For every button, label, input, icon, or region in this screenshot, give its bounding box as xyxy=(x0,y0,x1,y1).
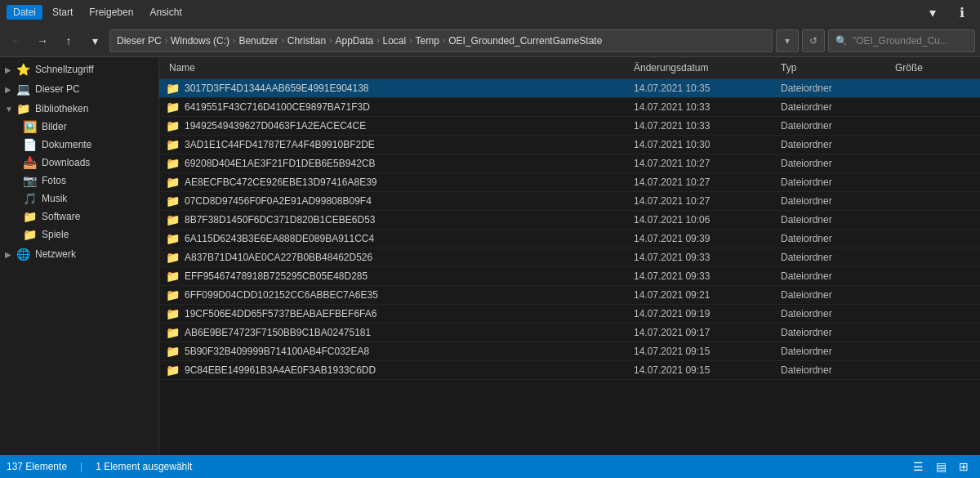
file-size xyxy=(892,87,973,90)
back-button[interactable]: ← xyxy=(5,29,28,52)
table-row[interactable]: 📁 07CD8D97456F0F0A2E91AD99808B09F4 14.07… xyxy=(159,192,980,211)
address-temp[interactable]: Temp xyxy=(416,35,439,47)
menu-freigeben[interactable]: Freigeben xyxy=(82,5,140,20)
table-row[interactable]: 📁 6419551F43C716D4100CE9897BA71F3D 14.07… xyxy=(159,98,980,117)
table-row[interactable]: 📁 19CF506E4DD65F5737BEABAEFBEF6FA6 14.07… xyxy=(159,305,980,324)
address-dropdown-button[interactable]: ▾ xyxy=(776,29,799,52)
table-row[interactable]: 📁 6FF099D04CDD102152CC6ABBEC7A6E35 14.07… xyxy=(159,286,980,305)
table-row[interactable]: 📁 AB6E9BE74723F7150BB9C1BA02475181 14.07… xyxy=(159,324,980,342)
table-row[interactable]: 📁 3AD1E1C44FD41787E7A4F4B9910BF2DE 14.07… xyxy=(159,136,980,154)
refresh-button[interactable]: ↺ xyxy=(802,29,825,52)
folder-icon: 📁 xyxy=(166,138,180,151)
selected-count: 1 Element ausgewählt xyxy=(96,461,192,472)
file-size xyxy=(892,312,973,315)
address-bar[interactable]: Dieser PC › Windows (C:) › Benutzer › Ch… xyxy=(109,29,773,52)
sidebar-item-spiele[interactable]: 📁 Spiele xyxy=(0,226,158,243)
search-input[interactable]: "OEI_Grounded_Cu... xyxy=(853,35,948,47)
table-row[interactable]: 📁 9C84EBE149961B3A4AE0F3AB1933C6DD 14.07… xyxy=(159,361,980,380)
file-date: 14.07.2021 09:33 xyxy=(630,269,777,284)
sidebar-group-netzwerk: ▶ 🌐 Netzwerk xyxy=(0,245,158,263)
chevron-down-icon[interactable]: ▾ xyxy=(921,1,944,24)
file-name: 9C84EBE149961B3A4AE0F3AB1933C6DD xyxy=(185,364,376,376)
file-name: 19492549439627D0463F1A2EACEC4CE xyxy=(185,120,366,132)
menu-ansicht[interactable]: Ansicht xyxy=(143,5,188,20)
address-appdata[interactable]: AppData xyxy=(335,35,373,47)
file-name: 69208D404E1AE3F21FD1DEB6E5B942CB xyxy=(185,158,375,169)
up-button[interactable]: ↑ xyxy=(57,29,80,52)
file-size xyxy=(892,218,973,221)
file-date: 14.07.2021 10:30 xyxy=(630,137,777,152)
sidebar-item-dokumente[interactable]: 📄 Dokumente xyxy=(0,136,158,154)
file-rows-container: 📁 3017D3FF4D1344AAB659E4991E904138 14.07… xyxy=(159,79,980,380)
chevron-right-icon: ▶ xyxy=(5,85,16,94)
file-date: 14.07.2021 09:21 xyxy=(630,288,777,302)
sidebar-item-fotos[interactable]: 📷 Fotos xyxy=(0,172,158,190)
menu-datei[interactable]: Datei xyxy=(7,5,42,20)
file-name-cell: 📁 6419551F43C716D4100CE9897BA71F3D xyxy=(166,101,630,114)
file-list-header: Name Änderungsdatum Typ Größe xyxy=(159,57,980,79)
file-name-cell: 📁 3017D3FF4D1344AAB659E4991E904138 xyxy=(166,82,630,95)
file-date: 14.07.2021 09:15 xyxy=(630,344,777,359)
file-size xyxy=(892,237,973,240)
recent-locations-button[interactable]: ▾ xyxy=(83,29,106,52)
sidebar-item-netzwerk[interactable]: ▶ 🌐 Netzwerk xyxy=(0,245,158,263)
address-benutzer[interactable]: Benutzer xyxy=(238,35,278,47)
file-name-cell: 📁 AB6E9BE74723F7150BB9C1BA02475181 xyxy=(166,326,630,339)
file-type: Dateiordner xyxy=(777,363,892,377)
table-row[interactable]: 📁 19492549439627D0463F1A2EACEC4CE 14.07.… xyxy=(159,117,980,136)
search-icon: 🔍 xyxy=(835,35,848,47)
sidebar-item-bibliotheken[interactable]: ▼ 📁 Bibliotheken xyxy=(0,100,158,118)
file-size xyxy=(892,181,973,184)
sidebar-item-musik[interactable]: 🎵 Musik xyxy=(0,190,158,208)
column-type[interactable]: Typ xyxy=(777,60,892,75)
table-row[interactable]: 📁 AE8ECFBC472CE926EBE13D97416A8E39 14.07… xyxy=(159,173,980,192)
music-icon: 🎵 xyxy=(23,192,37,205)
sidebar-item-dieser-pc[interactable]: ▶ 💻 Dieser PC xyxy=(0,80,158,98)
file-name: 3AD1E1C44FD41787E7A4F4B9910BF2DE xyxy=(185,139,375,150)
table-row[interactable]: 📁 6A115D6243B3E6EA888DE089BA911CC4 14.07… xyxy=(159,230,980,248)
menu-start[interactable]: Start xyxy=(46,5,79,20)
folder-icon: 📁 xyxy=(166,345,180,358)
address-local[interactable]: Local xyxy=(383,35,407,47)
sidebar-group-dieser-pc: ▶ 💻 Dieser PC xyxy=(0,80,158,98)
table-row[interactable]: 📁 A837B71D410AE0CA227B0BB48462D526 14.07… xyxy=(159,248,980,267)
folder-icon: 📁 xyxy=(166,176,180,189)
search-box[interactable]: 🔍 "OEI_Grounded_Cu... xyxy=(828,29,975,52)
titlebar-controls: ▾ ℹ xyxy=(921,1,973,24)
sidebar-item-downloads[interactable]: 📥 Downloads xyxy=(0,154,158,172)
address-folder[interactable]: OEI_Grounded_CurrentGameState xyxy=(448,35,602,47)
column-size[interactable]: Größe xyxy=(892,60,973,75)
star-icon: ⭐ xyxy=(16,63,30,76)
table-row[interactable]: 📁 EFF95467478918B725295CB05E48D285 14.07… xyxy=(159,267,980,286)
file-type: Dateiordner xyxy=(777,288,892,302)
file-date: 14.07.2021 09:33 xyxy=(630,250,777,265)
file-date: 14.07.2021 10:06 xyxy=(630,212,777,227)
file-name-cell: 📁 07CD8D97456F0F0A2E91AD99808B09F4 xyxy=(166,194,630,208)
titlebar: Datei Start Freigeben Ansicht ▾ ℹ xyxy=(0,0,980,25)
column-date[interactable]: Änderungsdatum xyxy=(630,60,777,75)
software-icon: 📁 xyxy=(23,210,37,223)
sidebar-item-bilder[interactable]: 🖼️ Bilder xyxy=(0,118,158,136)
sidebar-item-schnellzugriff[interactable]: ▶ ⭐ Schnellzugriff xyxy=(0,60,158,78)
file-type: Dateiordner xyxy=(777,100,892,114)
file-size xyxy=(892,143,973,146)
address-pc[interactable]: Dieser PC xyxy=(117,35,162,47)
file-name-cell: 📁 19CF506E4DD65F5737BEABAEFBEF6FA6 xyxy=(166,307,630,320)
info-icon[interactable]: ℹ xyxy=(951,1,973,24)
table-row[interactable]: 📁 3017D3FF4D1344AAB659E4991E904138 14.07… xyxy=(159,79,980,98)
photos-icon: 📷 xyxy=(23,174,37,187)
view-list-button[interactable]: ☰ xyxy=(908,458,928,476)
file-name-cell: 📁 5B90F32B409999B714100AB4FC032EA8 xyxy=(166,345,630,358)
address-christian[interactable]: Christian xyxy=(287,35,326,47)
view-details-button[interactable]: ▤ xyxy=(931,458,951,476)
forward-button[interactable]: → xyxy=(31,29,54,52)
address-drive[interactable]: Windows (C:) xyxy=(171,35,229,47)
table-row[interactable]: 📁 5B90F32B409999B714100AB4FC032EA8 14.07… xyxy=(159,342,980,361)
view-large-button[interactable]: ⊞ xyxy=(954,458,973,476)
pictures-icon: 🖼️ xyxy=(23,120,37,133)
file-type: Dateiordner xyxy=(777,81,892,96)
table-row[interactable]: 📁 69208D404E1AE3F21FD1DEB6E5B942CB 14.07… xyxy=(159,154,980,173)
sidebar-item-software[interactable]: 📁 Software xyxy=(0,208,158,226)
column-name[interactable]: Name xyxy=(166,60,630,75)
table-row[interactable]: 📁 8B7F38D1450F6DC371D820B1CEBE6D53 14.07… xyxy=(159,211,980,230)
